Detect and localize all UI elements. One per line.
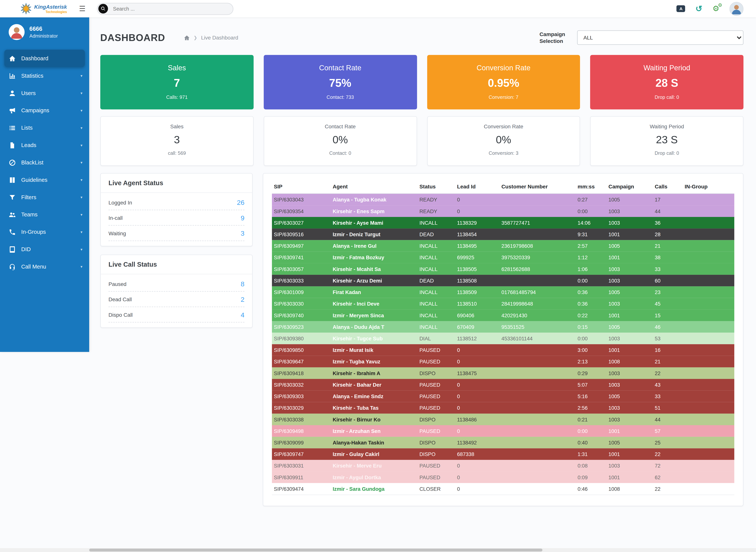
user-avatar[interactable]	[730, 2, 744, 16]
table-row[interactable]: SIP/6309497Alanya - Irene GulINCALL11384…	[272, 240, 734, 252]
live-agent-status-title: Live Agent Status	[101, 173, 252, 193]
cell-customer-number	[500, 367, 576, 379]
stat-card-title: Sales	[100, 64, 254, 72]
table-row[interactable]: SIP/6309523Alanya - Dudu Ajda TINCALL670…	[272, 321, 734, 332]
cell-status: PAUSED	[417, 471, 455, 483]
sidebar-item-label: Users	[21, 90, 36, 96]
chevron-down-icon: ▾	[81, 264, 83, 269]
sidebar-item-in-groups[interactable]: In-Groups▾	[0, 223, 89, 241]
table-row[interactable]: SIP/6309850Izmir - Murat IsikPAUSED03:00…	[272, 344, 734, 356]
table-row[interactable]: SIP/6309747Izmir - Gulay CakirlDISPO6873…	[272, 448, 734, 460]
history-icon[interactable]: ↺	[696, 5, 702, 13]
cell-sip: SIP/6309516	[272, 229, 331, 240]
table-row[interactable]: SIP/6309498Izmir - Arzuhan SenPAUSED00:0…	[272, 425, 734, 437]
sidebar-item-leads[interactable]: Leads▾	[0, 136, 89, 154]
sidebar-item-filters[interactable]: Filters▾	[0, 188, 89, 206]
cell-in-group	[683, 402, 734, 414]
sidebar-item-statistics[interactable]: Statistics▾	[0, 67, 89, 85]
cell-agent: Izmir - Sara Gundoga	[331, 483, 417, 495]
chevron-down-icon: ▾	[81, 126, 83, 130]
cell-lead-id: 1138329	[455, 217, 500, 229]
sidebar-item-campaigns[interactable]: Campaigns▾	[0, 102, 89, 119]
cell-status: PAUSED	[417, 460, 455, 471]
table-row[interactable]: SIP/6309099Alanya-Hakan TaskinDISPO11384…	[272, 437, 734, 448]
cell-time: 1:06	[576, 263, 607, 275]
table-row[interactable]: SIP/6303038Kirsehir - Birnur KoDISPO1138…	[272, 414, 734, 425]
cell-campaign: 1001	[607, 344, 653, 356]
table-row[interactable]: SIP/6309418Kirsehir - Ibrahim ADISPO1138…	[272, 367, 734, 379]
table-row[interactable]: SIP/6309474Izmir - Sara GundogaCLOSER00:…	[272, 483, 734, 495]
cell-in-group	[683, 275, 734, 286]
search-input[interactable]	[97, 3, 234, 15]
table-row[interactable]: SIP/6309303Alanya - Emine SndzPAUSED05:1…	[272, 390, 734, 402]
sidebar-item-lists[interactable]: Lists▾	[0, 119, 89, 136]
cell-sip: SIP/6309099	[272, 437, 331, 448]
cell-sip: SIP/6309523	[272, 321, 331, 332]
cell-sip: SIP/6303031	[272, 460, 331, 471]
cell-lead-id: 699925	[455, 252, 500, 263]
cell-customer-number	[500, 425, 576, 437]
status-row-dispo-call: Dispo Call4	[109, 307, 244, 322]
campaign-select[interactable]: ALL	[577, 30, 744, 45]
table-row[interactable]: SIP/6303057Kirsehir - Mcahit SaINCALL113…	[272, 263, 734, 275]
cell-time: 0:27	[576, 194, 607, 205]
table-row[interactable]: SIP/6303030Kirsehir - Inci DeveINCALL113…	[272, 298, 734, 309]
table-row[interactable]: SIP/6309741Izmir - Fatma BozkuyINCALL699…	[272, 252, 734, 263]
settings-gear-icon[interactable]: ⚙⚙	[713, 5, 720, 13]
cell-in-group	[683, 460, 734, 471]
cell-campaign: 1003	[607, 332, 653, 344]
cell-campaign: 1003	[607, 263, 653, 275]
live-agents-table-panel: SIPAgentStatusLead IdCustomer Numbermm:s…	[263, 173, 743, 506]
cell-agent: Kirsehir - Mcahit Sa	[331, 263, 417, 275]
menu-toggle-icon[interactable]: ☰	[79, 4, 86, 13]
table-row[interactable]: SIP/6303031Kirsehir - Merve EruPAUSED00:…	[272, 460, 734, 471]
cell-sip: SIP/6303038	[272, 414, 331, 425]
table-row[interactable]: SIP/6303027Kirsehir - Ayse MamiINCALL113…	[272, 217, 734, 229]
scrollbar-thumb[interactable]	[89, 549, 542, 551]
table-row[interactable]: SIP/6309647Izmir - Tugba YavuzPAUSED02:1…	[272, 356, 734, 367]
cell-in-group	[683, 309, 734, 321]
cell-campaign: 1005	[607, 437, 653, 448]
cell-status: READY	[417, 194, 455, 205]
table-row[interactable]: SIP/6303029Kirsehir - Tuba TasPAUSED02:5…	[272, 402, 734, 414]
table-row[interactable]: SIP/6309740Izmir - Meryem SincaINCALL690…	[272, 309, 734, 321]
sidebar-item-dashboard[interactable]: Dashboard	[4, 50, 85, 67]
cell-campaign: 1005	[607, 194, 653, 205]
table-row[interactable]: SIP/6301009Firat KadanINCALL113850901768…	[272, 286, 734, 298]
sidebar-user-role: Administrator	[29, 33, 58, 38]
sidebar-item-did[interactable]: DID▾	[0, 241, 89, 258]
cell-calls: 28	[653, 229, 683, 240]
cell-in-group	[683, 344, 734, 356]
status-column: Live Agent Status Logged In26In-call9Wai…	[100, 173, 253, 328]
table-row[interactable]: SIP/6309354Kirsehir - Enes SapmREADY00:0…	[272, 205, 734, 217]
sidebar-item-users[interactable]: Users▾	[0, 84, 89, 102]
table-row[interactable]: SIP/6303032Kirsehir - Bahar DerPAUSED05:…	[272, 379, 734, 390]
table-row[interactable]: SIP/6309911Izmir - Aygul DortkaPAUSED00:…	[272, 471, 734, 483]
cell-customer-number	[500, 275, 576, 286]
sidebar-item-teams[interactable]: Teams▾	[0, 206, 89, 223]
sidebar-item-call-menu[interactable]: Call Menu▾	[0, 258, 89, 275]
chevron-down-icon: ▾	[81, 160, 83, 165]
table-row[interactable]: SIP/6309380Kirsehir - Tugce SubDIAL11385…	[272, 332, 734, 344]
cell-customer-number	[500, 390, 576, 402]
filter-icon	[9, 193, 16, 201]
cell-customer-number	[500, 205, 576, 217]
sidebar-item-blacklist[interactable]: BlackList▾	[0, 154, 89, 171]
sidebar-item-label: Lists	[21, 125, 32, 131]
home-icon[interactable]	[183, 34, 190, 41]
cell-in-group	[683, 332, 734, 344]
table-row[interactable]: SIP/6303043Alanya - Tugba KonakREADY00:2…	[272, 194, 734, 205]
cell-agent: Kirsehir - Enes Sapm	[331, 205, 417, 217]
column-header-status: Status	[417, 180, 455, 193]
cell-sip: SIP/6303027	[272, 217, 331, 229]
horizontal-scrollbar[interactable]	[0, 548, 756, 552]
cell-customer-number: 6281562688	[500, 263, 576, 275]
cell-calls: 16	[653, 344, 683, 356]
table-row[interactable]: SIP/6303033Kirsehir - Arzu DemiDEAD11385…	[272, 275, 734, 286]
table-row[interactable]: SIP/6309516Izmir - Deniz TurgutDEAD11384…	[272, 229, 734, 240]
language-icon[interactable]: A	[676, 5, 685, 12]
cell-sip: SIP/6309418	[272, 367, 331, 379]
cell-calls: 45	[653, 298, 683, 309]
cell-calls: 62	[653, 471, 683, 483]
sidebar-item-guidelines[interactable]: Guidelines▾	[0, 171, 89, 188]
